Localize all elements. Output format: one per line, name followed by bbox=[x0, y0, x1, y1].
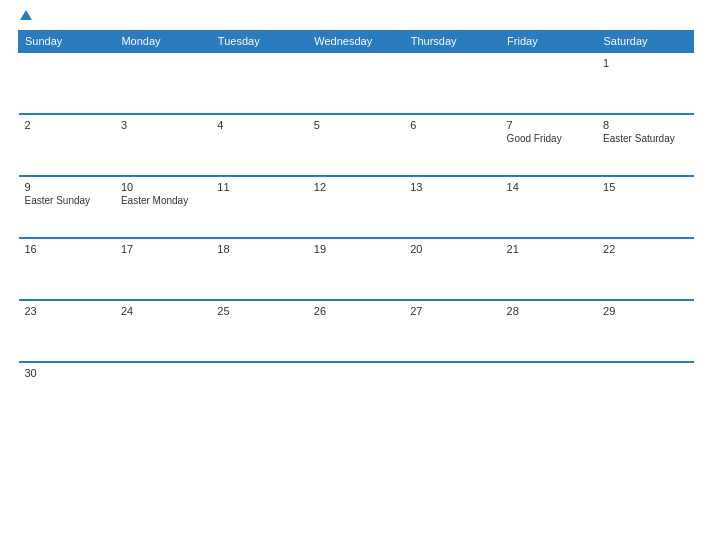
calendar-cell: 13 bbox=[404, 176, 500, 238]
calendar-cell: 7Good Friday bbox=[501, 114, 597, 176]
calendar-cell: 26 bbox=[308, 300, 404, 362]
holiday-label: Good Friday bbox=[507, 133, 591, 144]
calendar-cell bbox=[211, 52, 307, 114]
calendar-cell: 20 bbox=[404, 238, 500, 300]
calendar-cell: 12 bbox=[308, 176, 404, 238]
weekday-header-friday: Friday bbox=[501, 31, 597, 53]
calendar-cell: 29 bbox=[597, 300, 693, 362]
day-number: 1 bbox=[603, 57, 687, 69]
calendar-cell: 15 bbox=[597, 176, 693, 238]
day-number: 3 bbox=[121, 119, 205, 131]
weekday-header-monday: Monday bbox=[115, 31, 211, 53]
day-number: 15 bbox=[603, 181, 687, 193]
day-number: 13 bbox=[410, 181, 494, 193]
day-number: 17 bbox=[121, 243, 205, 255]
calendar-cell: 22 bbox=[597, 238, 693, 300]
calendar-page: SundayMondayTuesdayWednesdayThursdayFrid… bbox=[0, 0, 712, 550]
calendar-cell bbox=[404, 52, 500, 114]
calendar-cell: 10Easter Monday bbox=[115, 176, 211, 238]
calendar-cell: 1 bbox=[597, 52, 693, 114]
day-number: 10 bbox=[121, 181, 205, 193]
calendar-week-2: 9Easter Sunday10Easter Monday1112131415 bbox=[19, 176, 694, 238]
calendar-cell: 3 bbox=[115, 114, 211, 176]
calendar-cell bbox=[404, 362, 500, 412]
calendar-cell: 27 bbox=[404, 300, 500, 362]
calendar-cell: 16 bbox=[19, 238, 115, 300]
day-number: 18 bbox=[217, 243, 301, 255]
calendar-cell bbox=[308, 52, 404, 114]
weekday-header-wednesday: Wednesday bbox=[308, 31, 404, 53]
calendar-cell bbox=[597, 362, 693, 412]
calendar-cell: 9Easter Sunday bbox=[19, 176, 115, 238]
holiday-label: Easter Saturday bbox=[603, 133, 687, 144]
day-number: 26 bbox=[314, 305, 398, 317]
calendar-cell: 6 bbox=[404, 114, 500, 176]
calendar-cell bbox=[115, 362, 211, 412]
calendar-cell: 14 bbox=[501, 176, 597, 238]
calendar-cell: 23 bbox=[19, 300, 115, 362]
weekday-header-saturday: Saturday bbox=[597, 31, 693, 53]
calendar-cell: 18 bbox=[211, 238, 307, 300]
calendar-week-4: 23242526272829 bbox=[19, 300, 694, 362]
calendar-week-5: 30 bbox=[19, 362, 694, 412]
weekday-header-sunday: Sunday bbox=[19, 31, 115, 53]
day-number: 21 bbox=[507, 243, 591, 255]
day-number: 12 bbox=[314, 181, 398, 193]
calendar-cell: 11 bbox=[211, 176, 307, 238]
day-number: 28 bbox=[507, 305, 591, 317]
day-number: 29 bbox=[603, 305, 687, 317]
calendar-cell: 24 bbox=[115, 300, 211, 362]
day-number: 7 bbox=[507, 119, 591, 131]
logo-triangle-icon bbox=[20, 10, 32, 20]
day-number: 2 bbox=[25, 119, 109, 131]
day-number: 24 bbox=[121, 305, 205, 317]
day-number: 14 bbox=[507, 181, 591, 193]
calendar-cell: 21 bbox=[501, 238, 597, 300]
day-number: 30 bbox=[25, 367, 109, 379]
day-number: 23 bbox=[25, 305, 109, 317]
logo bbox=[18, 10, 32, 22]
holiday-label: Easter Monday bbox=[121, 195, 205, 206]
calendar-cell bbox=[115, 52, 211, 114]
calendar-cell: 5 bbox=[308, 114, 404, 176]
header bbox=[18, 10, 694, 22]
calendar-cell: 28 bbox=[501, 300, 597, 362]
day-number: 6 bbox=[410, 119, 494, 131]
day-number: 5 bbox=[314, 119, 398, 131]
calendar-table: SundayMondayTuesdayWednesdayThursdayFrid… bbox=[18, 30, 694, 412]
day-number: 25 bbox=[217, 305, 301, 317]
calendar-week-3: 16171819202122 bbox=[19, 238, 694, 300]
weekday-header-tuesday: Tuesday bbox=[211, 31, 307, 53]
day-number: 8 bbox=[603, 119, 687, 131]
weekday-header-thursday: Thursday bbox=[404, 31, 500, 53]
calendar-cell: 8Easter Saturday bbox=[597, 114, 693, 176]
day-number: 11 bbox=[217, 181, 301, 193]
calendar-cell bbox=[308, 362, 404, 412]
calendar-cell: 30 bbox=[19, 362, 115, 412]
calendar-cell: 17 bbox=[115, 238, 211, 300]
calendar-cell bbox=[501, 52, 597, 114]
day-number: 9 bbox=[25, 181, 109, 193]
day-number: 20 bbox=[410, 243, 494, 255]
day-number: 22 bbox=[603, 243, 687, 255]
day-number: 16 bbox=[25, 243, 109, 255]
calendar-week-0: 1 bbox=[19, 52, 694, 114]
calendar-cell bbox=[501, 362, 597, 412]
day-number: 27 bbox=[410, 305, 494, 317]
calendar-cell: 19 bbox=[308, 238, 404, 300]
calendar-cell: 4 bbox=[211, 114, 307, 176]
calendar-week-1: 234567Good Friday8Easter Saturday bbox=[19, 114, 694, 176]
calendar-cell: 2 bbox=[19, 114, 115, 176]
calendar-cell: 25 bbox=[211, 300, 307, 362]
holiday-label: Easter Sunday bbox=[25, 195, 109, 206]
day-number: 4 bbox=[217, 119, 301, 131]
calendar-cell bbox=[211, 362, 307, 412]
day-number: 19 bbox=[314, 243, 398, 255]
calendar-cell bbox=[19, 52, 115, 114]
